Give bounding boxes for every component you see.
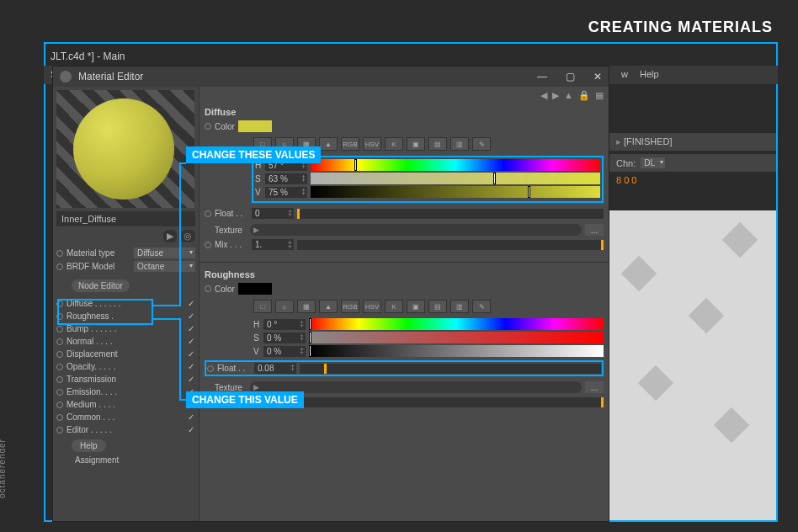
nav-left-icon[interactable]: ◀	[540, 90, 547, 104]
menu-help[interactable]: Help	[640, 69, 659, 79]
check-icon[interactable]: ✓	[187, 425, 195, 434]
node-editor-button[interactable]: Node Editor	[72, 279, 130, 292]
diffuse-sat-slider[interactable]	[311, 173, 600, 184]
roughness-toolbar-icon-5[interactable]: HSV	[363, 300, 381, 313]
roughness-toolbar-icon-0[interactable]: □	[253, 300, 272, 313]
roughness-toolbar-icon-7[interactable]: ▣	[407, 300, 425, 313]
radio-icon[interactable]	[56, 376, 63, 383]
radio-icon[interactable]	[56, 427, 63, 434]
roughness-v-value[interactable]: 0 %	[263, 346, 306, 357]
diffuse-toolbar-icon-6[interactable]: K	[385, 137, 403, 151]
roughness-toolbar-icon-4[interactable]: RGB	[341, 300, 359, 313]
roughness-mix-slider[interactable]	[297, 397, 604, 407]
check-icon[interactable]: ✓	[187, 337, 195, 346]
radio-icon[interactable]	[205, 285, 211, 292]
diffuse-toolbar-icon-7[interactable]: ▣	[407, 137, 425, 151]
roughness-toolbar-icon-2[interactable]: ▦	[297, 300, 316, 313]
diffuse-toolbar-icon-5[interactable]: HSV	[363, 137, 381, 151]
radio-icon[interactable]	[205, 210, 211, 217]
nav-target-icon[interactable]: ◎	[180, 230, 195, 242]
diffuse-texture-browse[interactable]: ...	[585, 224, 604, 236]
check-icon[interactable]: ✓	[187, 299, 195, 308]
material-type-select[interactable]: Diffuse	[134, 247, 195, 258]
roughness-toolbar-icon-8[interactable]: ▤	[428, 300, 447, 313]
grid-icon[interactable]: ▦	[595, 90, 604, 104]
menu-w[interactable]: w	[621, 69, 628, 79]
diffuse-mix-slider[interactable]	[297, 240, 604, 250]
check-icon[interactable]: ✓	[187, 349, 195, 359]
radio-icon[interactable]	[207, 365, 214, 372]
diffuse-s-value[interactable]: 63 %	[265, 173, 307, 184]
nav-right-icon[interactable]: ▶	[552, 90, 559, 104]
diffuse-val-slider[interactable]	[311, 186, 600, 198]
roughness-val-slider[interactable]	[309, 345, 604, 357]
radio-icon[interactable]	[56, 351, 63, 358]
roughness-sat-slider[interactable]	[309, 332, 604, 343]
assignment-label[interactable]: Assignment	[56, 454, 195, 466]
diffuse-toolbar-icon-8[interactable]: ▤	[428, 137, 447, 151]
diffuse-toolbar-icon-4[interactable]: RGB	[341, 137, 359, 151]
diffuse-mix-value[interactable]: 1.	[252, 239, 294, 250]
finished-row[interactable]: [FINISHED]	[609, 133, 776, 151]
diffuse-toolbar-icon-9[interactable]: ▥	[450, 137, 469, 151]
roughness-toolbar-icon-3[interactable]: ▲	[319, 300, 338, 313]
radio-icon[interactable]	[56, 301, 63, 307]
radio-icon[interactable]	[205, 242, 211, 248]
channel-transmission[interactable]: Transmission✓	[56, 373, 195, 386]
radio-icon[interactable]	[56, 389, 63, 396]
roughness-hue-slider[interactable]	[309, 318, 604, 330]
roughness-toolbar-icon-1[interactable]: ☼	[275, 300, 294, 313]
roughness-color-swatch[interactable]	[238, 283, 272, 295]
radio-icon[interactable]	[56, 263, 63, 270]
diffuse-float-slider[interactable]	[297, 209, 604, 219]
channel-editor[interactable]: Editor . . . . .✓	[56, 423, 195, 436]
diffuse-hue-slider[interactable]	[311, 159, 600, 171]
check-icon[interactable]: ✓	[187, 324, 195, 333]
radio-icon[interactable]	[56, 402, 63, 408]
diffuse-color-swatch[interactable]	[238, 120, 272, 132]
diffuse-v-value[interactable]: 75 %	[265, 187, 307, 198]
roughness-s-value[interactable]: 0 %	[263, 332, 306, 343]
radio-icon[interactable]	[56, 414, 63, 421]
minimize-button[interactable]: —	[537, 71, 547, 82]
close-button[interactable]: ✕	[593, 71, 602, 82]
diffuse-toolbar-icon-10[interactable]: ✎	[472, 137, 491, 151]
channel-opacity[interactable]: Opacity. . . . .✓	[56, 360, 195, 373]
roughness-toolbar-icon-6[interactable]: K	[385, 300, 403, 313]
diffuse-float-value[interactable]: 0	[252, 208, 294, 219]
nav-play-icon[interactable]: ▶	[163, 230, 177, 242]
channel-emission[interactable]: Emission. . . .✓	[56, 386, 195, 398]
radio-icon[interactable]	[205, 123, 211, 130]
radio-icon[interactable]	[56, 326, 63, 332]
channel-displacement[interactable]: Displacement✓	[56, 348, 195, 360]
chn-select[interactable]: DL	[641, 157, 665, 168]
help-button[interactable]: Help	[72, 439, 106, 452]
channel-diffuse[interactable]: Diffuse . . . . . .✓	[56, 297, 195, 310]
brdf-select[interactable]: Octane	[134, 261, 195, 272]
diffuse-toolbar-icon-3[interactable]: ▲	[319, 137, 338, 151]
check-icon[interactable]: ✓	[187, 375, 195, 384]
maximize-button[interactable]: ▢	[566, 71, 575, 82]
channel-bump[interactable]: Bump . . . . . .✓	[56, 322, 195, 335]
check-icon[interactable]: ✓	[187, 311, 195, 321]
roughness-toolbar-icon-10[interactable]: ✎	[472, 300, 491, 313]
radio-icon[interactable]	[56, 338, 63, 345]
channel-medium[interactable]: Medium . . . .✓	[56, 398, 195, 411]
radio-icon[interactable]	[56, 313, 63, 320]
roughness-float-value[interactable]: 0.08	[254, 363, 296, 374]
channel-normal[interactable]: Normal . . . .✓	[56, 335, 195, 348]
nav-up-icon[interactable]: ▲	[564, 90, 573, 104]
lock-icon[interactable]: 🔒	[578, 90, 590, 104]
roughness-texture-browse[interactable]: ...	[585, 381, 604, 393]
check-icon[interactable]: ✓	[187, 412, 195, 422]
channel-roughness[interactable]: Roughness .✓	[56, 310, 195, 322]
roughness-toolbar-icon-9[interactable]: ▥	[450, 300, 469, 313]
radio-icon[interactable]	[56, 364, 63, 370]
channel-common[interactable]: Common . . .✓	[56, 411, 195, 423]
check-icon[interactable]: ✓	[187, 362, 195, 371]
material-name[interactable]: Inner_Diffuse	[56, 211, 195, 226]
diffuse-texture-slot[interactable]: ▶	[250, 224, 582, 236]
roughness-h-value[interactable]: 0 °	[263, 319, 306, 330]
radio-icon[interactable]	[56, 250, 63, 257]
roughness-float-slider[interactable]	[300, 364, 601, 374]
